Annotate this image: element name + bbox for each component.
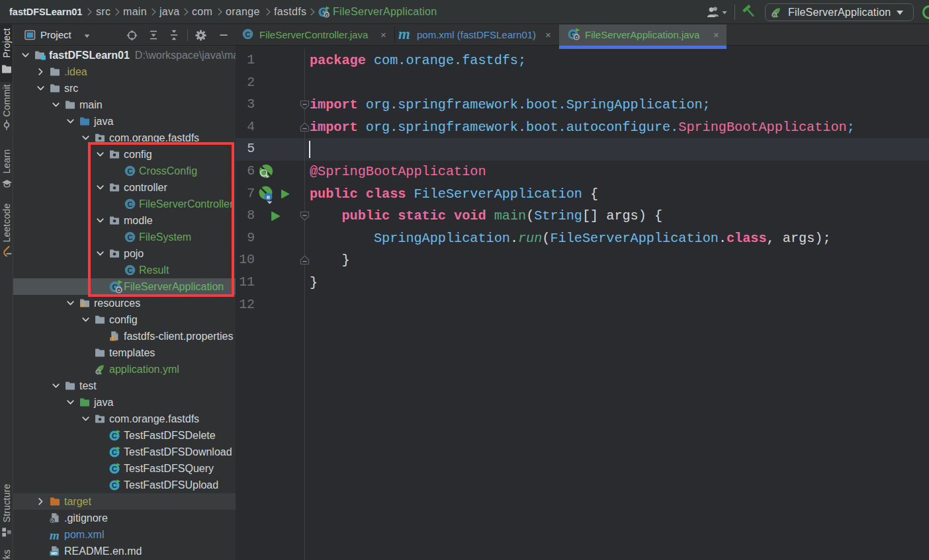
svg-text:C: C <box>112 432 117 440</box>
svg-text:MD: MD <box>51 551 58 555</box>
svg-text:C: C <box>112 448 117 456</box>
svg-text:C: C <box>245 30 251 38</box>
svg-text:C: C <box>112 481 117 489</box>
svg-text:e: e <box>267 193 270 200</box>
svg-text:C: C <box>112 465 117 473</box>
